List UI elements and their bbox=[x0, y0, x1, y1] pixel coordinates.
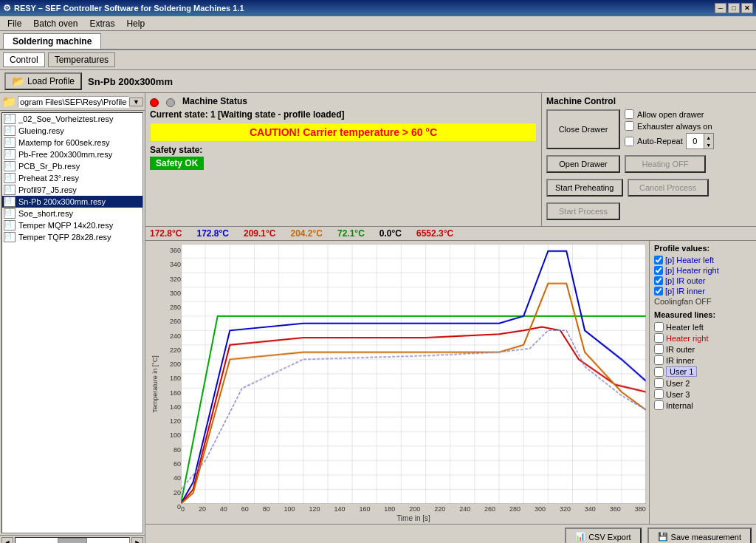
minimize-button[interactable]: ─ bbox=[715, 3, 726, 13]
scroll-left-button[interactable]: ◄ bbox=[1, 537, 13, 543]
profile-heater-left-label: [p] Heater left bbox=[665, 256, 714, 264]
profile-panel: Profile values: [p] Heater left [p] Heat… bbox=[649, 241, 756, 524]
measured-ir-inner-label: IR inner bbox=[666, 356, 695, 365]
load-profile-label: Load Profile bbox=[27, 76, 75, 86]
status-control-panel: Machine Status Current state: 1 [Waiting… bbox=[145, 93, 756, 227]
list-item[interactable]: 📄 Soe_short.resy bbox=[2, 208, 142, 219]
list-item[interactable]: 📄 Glueing.resy bbox=[2, 125, 142, 137]
file-icon: 📄 bbox=[4, 232, 16, 242]
scroll-right-button[interactable]: ► bbox=[131, 537, 143, 543]
x-tick: 180 bbox=[384, 505, 395, 513]
spin-up-button[interactable]: ▲ bbox=[704, 134, 713, 141]
save-measurement-button[interactable]: 💾 Save measurement bbox=[647, 527, 752, 543]
list-item[interactable]: 📄 Temper TQFP 28x28.resy bbox=[2, 231, 142, 243]
maximize-button[interactable]: □ bbox=[728, 3, 740, 13]
profile-ir-inner-checkbox[interactable] bbox=[654, 287, 663, 296]
x-tick: 40 bbox=[220, 505, 227, 513]
content-tab-temperatures[interactable]: Temperatures bbox=[48, 52, 115, 67]
csv-export-button[interactable]: 📊 CSV Export bbox=[565, 527, 641, 543]
y-tick: 20 bbox=[162, 489, 181, 496]
profile-name: Sn-Pb 200x300mm bbox=[88, 76, 173, 87]
start-preheat-button[interactable]: Start Preheating bbox=[546, 179, 623, 197]
close-drawer-button[interactable]: Close Drawer bbox=[546, 109, 620, 149]
x-tick: 200 bbox=[409, 505, 420, 513]
x-tick: 320 bbox=[560, 505, 571, 513]
exhauster-checkbox[interactable] bbox=[625, 121, 634, 131]
temp-val-1: 172.8°C bbox=[197, 228, 230, 239]
drawer-buttons-row: Close Drawer Allow open drawer Exhauster… bbox=[546, 109, 752, 149]
y-tick: 360 bbox=[162, 247, 181, 254]
auto-repeat-value[interactable] bbox=[687, 134, 704, 148]
file-icon: 📄 bbox=[4, 197, 16, 207]
profile-item-heater-right: [p] Heater right bbox=[654, 266, 752, 275]
file-icon: 📄 bbox=[4, 161, 16, 171]
file-icon: 📄 bbox=[4, 220, 16, 230]
measured-internal-checkbox[interactable] bbox=[654, 400, 664, 410]
y-axis-ticks: 360 340 320 300 280 260 240 220 200 180 … bbox=[162, 244, 181, 524]
close-button[interactable]: ✕ bbox=[741, 3, 753, 13]
menu-batch-oven[interactable]: Batch oven bbox=[27, 17, 83, 30]
measured-user2-checkbox[interactable] bbox=[654, 378, 664, 388]
scroll-track[interactable] bbox=[15, 537, 130, 543]
list-item[interactable]: 📄 Preheat 23°.resy bbox=[2, 172, 142, 184]
list-item[interactable]: 📄 _02_Soe_Vorheiztest.resy bbox=[2, 113, 142, 125]
start-process-button[interactable]: Start Process bbox=[546, 202, 620, 220]
x-tick: 340 bbox=[585, 505, 596, 513]
list-item[interactable]: 📄 Temper MQFP 14x20.resy bbox=[2, 219, 142, 231]
path-input[interactable] bbox=[18, 96, 129, 108]
menu-extras[interactable]: Extras bbox=[83, 17, 120, 30]
measured-user3-label: User 3 bbox=[666, 390, 690, 399]
safety-state-label: Safety state: bbox=[150, 145, 537, 155]
measured-ir-inner-checkbox[interactable] bbox=[654, 355, 664, 365]
allow-open-drawer-label: Allow open drawer bbox=[637, 110, 704, 119]
measured-user1-label: User 1 bbox=[666, 366, 697, 377]
csv-export-label: CSV Export bbox=[588, 533, 630, 542]
measured-user1-checkbox[interactable] bbox=[654, 367, 664, 377]
list-item[interactable]: 📄 PCB_Sr_Pb.resy bbox=[2, 160, 142, 172]
process-buttons-row: Start Preheating Cancel Process bbox=[546, 179, 752, 197]
machine-control-title: Machine Control bbox=[546, 96, 752, 106]
temp-val-0: 172.8°C bbox=[150, 228, 182, 239]
x-tick: 360 bbox=[610, 505, 621, 513]
profile-heater-right-checkbox[interactable] bbox=[654, 266, 663, 275]
auto-repeat-checkbox[interactable] bbox=[625, 137, 634, 146]
list-item-selected[interactable]: 📄 Sn-Pb 200x300mm.resy bbox=[2, 196, 142, 208]
y-tick: 120 bbox=[162, 417, 181, 425]
content-tab-control[interactable]: Control bbox=[3, 52, 45, 67]
profile-heater-left-checkbox[interactable] bbox=[654, 256, 663, 264]
open-drawer-button[interactable]: Open Drawer bbox=[546, 155, 620, 173]
load-profile-button[interactable]: 📂 Load Profile bbox=[4, 72, 82, 90]
profile-item-ir-outer: [p] IR outer bbox=[654, 276, 752, 285]
list-item[interactable]: 📄 Pb-Free 200x300mm.resy bbox=[2, 148, 142, 160]
x-tick: 0 bbox=[181, 505, 185, 513]
status-header-row: Machine Status bbox=[150, 96, 537, 109]
machine-ctrl-content: Close Drawer Allow open drawer Exhauster… bbox=[546, 109, 752, 223]
list-item[interactable]: 📄 Maxtemp for 600sek.resy bbox=[2, 137, 142, 148]
measured-heater-left-checkbox[interactable] bbox=[654, 322, 664, 332]
measured-user3-checkbox[interactable] bbox=[654, 389, 664, 399]
y-tick: 320 bbox=[162, 276, 181, 283]
file-icon: 📄 bbox=[4, 114, 16, 124]
heating-off-button[interactable]: Heating OFF bbox=[625, 155, 706, 173]
menu-file[interactable]: File bbox=[1, 17, 27, 30]
x-axis-title: Time in [s] bbox=[181, 514, 646, 524]
measured-user2-label: User 2 bbox=[666, 379, 690, 388]
x-tick: 100 bbox=[284, 505, 295, 513]
y-tick: 280 bbox=[162, 304, 181, 311]
tab-soldering-machine[interactable]: Soldering machine bbox=[3, 33, 101, 49]
content-tabs: Control Temperatures bbox=[0, 50, 756, 70]
machine-status-panel: Machine Status Current state: 1 [Waiting… bbox=[145, 93, 542, 226]
allow-open-drawer-checkbox[interactable] bbox=[625, 109, 634, 119]
measured-heater-right-checkbox[interactable] bbox=[654, 333, 664, 343]
menu-help[interactable]: Help bbox=[120, 17, 151, 30]
list-item[interactable]: 📄 Profil97_J5.resy bbox=[2, 184, 142, 196]
measured-user3: User 3 bbox=[654, 389, 752, 399]
cancel-process-button[interactable]: Cancel Process bbox=[628, 179, 709, 197]
measured-user2: User 2 bbox=[654, 378, 752, 388]
profile-values-title: Profile values: bbox=[654, 244, 752, 253]
spin-down-button[interactable]: ▼ bbox=[704, 141, 713, 148]
path-dropdown-button[interactable]: ▼ bbox=[129, 98, 143, 106]
profile-ir-outer-checkbox[interactable] bbox=[654, 276, 663, 285]
measured-internal: Internal bbox=[654, 400, 752, 410]
measured-ir-outer-checkbox[interactable] bbox=[654, 344, 664, 354]
